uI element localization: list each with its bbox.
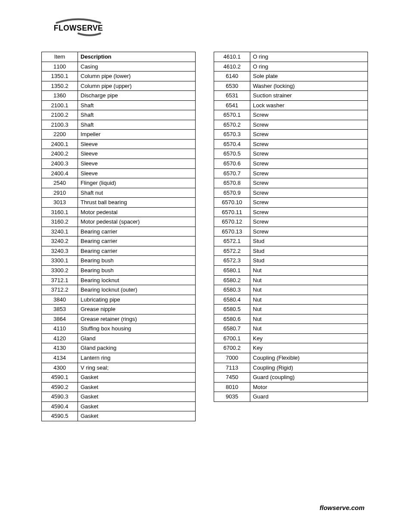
table-row: 2540Flinger (liquid) [42, 178, 196, 188]
table-row: 2400.4Sleeve [42, 168, 196, 178]
item-description: Sole plate [250, 72, 368, 81]
item-description: Sleeve [78, 168, 196, 178]
item-description: Bearing locknut [78, 275, 196, 285]
item-description: Impeller [78, 130, 196, 140]
table-row: 6572.2Stud [214, 246, 368, 256]
item-description: Nut [250, 266, 368, 276]
svg-text:FLOWSERVE: FLOWSERVE [54, 24, 103, 32]
item-number: 7113 [214, 363, 250, 373]
item-description: Gasket [78, 392, 196, 402]
item-description: Screw [250, 207, 368, 217]
table-row: 6580.5Nut [214, 305, 368, 314]
item-number: 4134 [42, 353, 78, 363]
item-number: 2400.1 [42, 139, 78, 149]
table-row: 6570.2Screw [214, 120, 368, 130]
item-description: Nut [250, 275, 368, 285]
item-description: Bearing locknut (outer) [78, 285, 196, 295]
table-row: 4134Lantern ring [42, 353, 196, 363]
item-description: Nut [250, 305, 368, 314]
table-row: 3240.2Bearing carrier [42, 236, 196, 246]
table-row: 6580.2Nut [214, 275, 368, 285]
table-row: 7113Coupling (Rigid) [214, 363, 368, 373]
item-number: 6570.2 [214, 120, 250, 130]
item-description: Washer (locking) [250, 81, 368, 91]
item-number: 6570.5 [214, 149, 250, 159]
item-description: Screw [250, 110, 368, 120]
item-number: 6570.10 [214, 198, 250, 208]
item-description: Coupling (Rigid) [250, 363, 368, 373]
item-number: 6580.4 [214, 295, 250, 305]
item-number: 6570.1 [214, 110, 250, 120]
item-description: Nut [250, 285, 368, 295]
parts-tables-wrapper: Item Description 1100Casing1350.1Column … [41, 52, 389, 421]
table-row: 6580.7Nut [214, 324, 368, 334]
table-row: 6570.9Screw [214, 188, 368, 198]
item-description: Shaft [78, 100, 196, 110]
item-number: 6580.2 [214, 275, 250, 285]
item-number: 1100 [42, 62, 78, 72]
item-description: Bearing carrier [78, 227, 196, 236]
table-row: 4110Stuffing box housing [42, 324, 196, 334]
item-number: 4590.4 [42, 401, 78, 411]
item-number: 6570.12 [214, 217, 250, 227]
table-row: 7000Coupling (Flexible) [214, 353, 368, 363]
right-table-column: 4610.1O ring4610.2O ring6140Sole plate65… [214, 52, 368, 421]
item-description: Screw [250, 139, 368, 149]
item-description: Screw [250, 198, 368, 208]
table-row: 6580.4Nut [214, 295, 368, 305]
item-number: 1350.2 [42, 81, 78, 91]
item-number: 2540 [42, 178, 78, 188]
item-description: Stuffing box housing [78, 324, 196, 334]
item-description: Grease nipple [78, 305, 196, 314]
table-row: 6570.3Screw [214, 130, 368, 140]
table-row: 2400.3Sleeve [42, 159, 196, 169]
table-row: 3712.2Bearing locknut (outer) [42, 285, 196, 295]
item-description: Motor [250, 382, 368, 392]
table-row: 1350.1Column pipe (lower) [42, 72, 196, 81]
table-row: 3300.2Bearing bush [42, 266, 196, 276]
item-number: 6580.6 [214, 314, 250, 324]
item-description: Screw [250, 159, 368, 169]
table-row: 3853Grease nipple [42, 305, 196, 314]
item-description: Motor pedestal [78, 207, 196, 217]
item-description: Gasket [78, 401, 196, 411]
table-row: 7450Guard (coupling) [214, 373, 368, 383]
item-description: Gland [78, 333, 196, 343]
item-description: Gasket [78, 373, 196, 383]
item-number: 6572.2 [214, 246, 250, 256]
item-description: Guard (coupling) [250, 373, 368, 383]
item-description: O ring [250, 52, 368, 62]
item-number: 7000 [214, 353, 250, 363]
left-table-column: Item Description 1100Casing1350.1Column … [41, 52, 196, 421]
item-number: 6140 [214, 72, 250, 81]
item-number: 3864 [42, 314, 78, 324]
item-description: Key [250, 333, 368, 343]
brand-logo: FLOWSERVE [48, 17, 389, 39]
item-number: 4590.5 [42, 411, 78, 421]
table-row: 6570.12Screw [214, 217, 368, 227]
table-row: 1350.2Column pipe (upper) [42, 81, 196, 91]
item-number: 2910 [42, 188, 78, 198]
item-number: 6700.1 [214, 333, 250, 343]
item-number: 2100.1 [42, 100, 78, 110]
item-description: Gasket [78, 382, 196, 392]
item-number: 6570.8 [214, 178, 250, 188]
item-description: Discharge pipe [78, 91, 196, 101]
item-description: Motor pedestal (spacer) [78, 217, 196, 227]
table-row: 3300.1Bearing bush [42, 256, 196, 266]
item-number: 3160.1 [42, 207, 78, 217]
table-row: 4610.2O ring [214, 62, 368, 72]
item-number: 6531 [214, 91, 250, 101]
item-number: 6570.3 [214, 130, 250, 140]
item-description: Column pipe (upper) [78, 81, 196, 91]
item-description: Screw [250, 149, 368, 159]
item-description: Column pipe (lower) [78, 72, 196, 81]
item-number: 3300.1 [42, 256, 78, 266]
item-number: 3853 [42, 305, 78, 314]
item-number: 4300 [42, 363, 78, 373]
table-row: 4120Gland [42, 333, 196, 343]
item-description: O ring [250, 62, 368, 72]
item-number: 3840 [42, 295, 78, 305]
table-row: 3864Grease retainer (rings) [42, 314, 196, 324]
item-description: Nut [250, 324, 368, 334]
